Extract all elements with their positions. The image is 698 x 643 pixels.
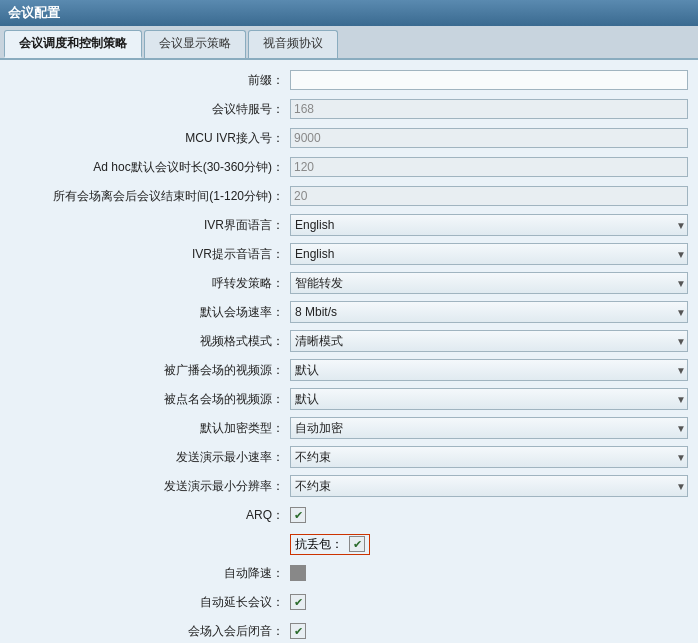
checkbox-wrapper-auto_reduce: [290, 565, 306, 581]
label-special_no: 会议特服号：: [10, 101, 290, 118]
label-auto_extend: 自动延长会议：: [10, 594, 290, 611]
select-send_min_fps[interactable]: 不约束720p: [290, 475, 688, 497]
label-adhoc_time: Ad hoc默认会议时长(30-360分钟)：: [10, 159, 290, 176]
select-container-send_min_rate: 不约束512 Kbit/s▼: [290, 446, 688, 468]
label-prefix: 前缀：: [10, 72, 290, 89]
form-row-encrypt_type: 默认加密类型：自动加密不加密▼: [10, 416, 688, 440]
select-container-ivr_voice_lang: English中文▼: [290, 243, 688, 265]
select-container-ivr_ui_lang: English中文▼: [290, 214, 688, 236]
input-adhoc_time[interactable]: [290, 157, 688, 177]
label-default_rate: 默认会场速率：: [10, 304, 290, 321]
form-row-prefix: 前缀：: [10, 68, 688, 92]
input-prefix[interactable]: [290, 70, 688, 90]
tab-schedule[interactable]: 会议调度和控制策略: [4, 30, 142, 58]
label-send_min_fps: 发送演示最小分辨率：: [10, 478, 290, 495]
select-container-default_rate: 8 Mbit/s4 Mbit/s2 Mbit/s1 Mbit/s▼: [290, 301, 688, 323]
form-row-adhoc_time: Ad hoc默认会议时长(30-360分钟)：: [10, 155, 688, 179]
checkbox-wrapper-auto_extend: [290, 594, 306, 610]
label-ivr_voice_lang: IVR提示音语言：: [10, 246, 290, 263]
select-container-forward_strategy: 智能转发不转发▼: [290, 272, 688, 294]
form-row-auto_reduce: 自动降速：: [10, 561, 688, 585]
tab-bar: 会议调度和控制策略 会议显示策略 视音频协议: [0, 26, 698, 60]
form-row-mute_on_join: 会场入会后闭音：: [10, 619, 688, 643]
select-forward_strategy[interactable]: 智能转发不转发: [290, 272, 688, 294]
tab-display[interactable]: 会议显示策略: [144, 30, 246, 58]
checkbox-inline-label-anti_packet_loss: 抗丢包：: [295, 536, 343, 553]
label-arq: ARQ：: [10, 507, 290, 524]
form-row-forward_strategy: 呼转发策略：智能转发不转发▼: [10, 271, 688, 295]
select-broadcast_src[interactable]: 默认摄像头: [290, 359, 688, 381]
label-encrypt_type: 默认加密类型：: [10, 420, 290, 437]
label-broadcast_src: 被广播会场的视频源：: [10, 362, 290, 379]
select-send_min_rate[interactable]: 不约束512 Kbit/s: [290, 446, 688, 468]
form-row-special_no: 会议特服号：: [10, 97, 688, 121]
checkbox-anti_packet_loss[interactable]: [349, 536, 365, 552]
form-row-send_min_fps: 发送演示最小分辨率：不约束720p▼: [10, 474, 688, 498]
form-row-broadcast_src: 被广播会场的视频源：默认摄像头▼: [10, 358, 688, 382]
form-row-send_min_rate: 发送演示最小速率：不约束512 Kbit/s▼: [10, 445, 688, 469]
input-all_leave_time[interactable]: [290, 186, 688, 206]
select-container-send_min_fps: 不约束720p▼: [290, 475, 688, 497]
highlighted-label-anti_packet_loss: 抗丢包：: [290, 534, 370, 555]
checkbox-auto_reduce[interactable]: [290, 565, 306, 581]
label-send_min_rate: 发送演示最小速率：: [10, 449, 290, 466]
form-row-anti_packet_loss: 抗丢包：: [10, 532, 688, 556]
select-ivr_voice_lang[interactable]: English中文: [290, 243, 688, 265]
checkbox-arq[interactable]: [290, 507, 306, 523]
window-title: 会议配置: [8, 5, 60, 20]
form-row-default_rate: 默认会场速率：8 Mbit/s4 Mbit/s2 Mbit/s1 Mbit/s▼: [10, 300, 688, 324]
input-mcu_ivr[interactable]: [290, 128, 688, 148]
form-row-video_format: 视频格式模式：清晰模式流畅模式▼: [10, 329, 688, 353]
checkbox-wrapper-mute_on_join: [290, 623, 306, 639]
checkbox-wrapper-arq: [290, 507, 306, 523]
label-forward_strategy: 呼转发策略：: [10, 275, 290, 292]
select-encrypt_type[interactable]: 自动加密不加密: [290, 417, 688, 439]
input-special_no[interactable]: [290, 99, 688, 119]
form-row-named_src: 被点名会场的视频源：默认摄像头▼: [10, 387, 688, 411]
form-row-mcu_ivr: MCU IVR接入号：: [10, 126, 688, 150]
checkbox-auto_extend[interactable]: [290, 594, 306, 610]
window: 会议配置 会议调度和控制策略 会议显示策略 视音频协议 前缀：会议特服号：MCU…: [0, 0, 698, 643]
form-row-all_leave_time: 所有会场离会后会议结束时间(1-120分钟)：: [10, 184, 688, 208]
form-row-ivr_voice_lang: IVR提示音语言：English中文▼: [10, 242, 688, 266]
label-video_format: 视频格式模式：: [10, 333, 290, 350]
form-row-auto_extend: 自动延长会议：: [10, 590, 688, 614]
select-container-video_format: 清晰模式流畅模式▼: [290, 330, 688, 352]
form-row-arq: ARQ：: [10, 503, 688, 527]
checkbox-mute_on_join[interactable]: [290, 623, 306, 639]
select-ivr_ui_lang[interactable]: English中文: [290, 214, 688, 236]
select-named_src[interactable]: 默认摄像头: [290, 388, 688, 410]
title-bar: 会议配置: [0, 0, 698, 26]
label-auto_reduce: 自动降速：: [10, 565, 290, 582]
label-ivr_ui_lang: IVR界面语言：: [10, 217, 290, 234]
label-named_src: 被点名会场的视频源：: [10, 391, 290, 408]
select-video_format[interactable]: 清晰模式流畅模式: [290, 330, 688, 352]
select-container-encrypt_type: 自动加密不加密▼: [290, 417, 688, 439]
form-row-ivr_ui_lang: IVR界面语言：English中文▼: [10, 213, 688, 237]
label-mcu_ivr: MCU IVR接入号：: [10, 130, 290, 147]
label-all_leave_time: 所有会场离会后会议结束时间(1-120分钟)：: [10, 188, 290, 205]
select-default_rate[interactable]: 8 Mbit/s4 Mbit/s2 Mbit/s1 Mbit/s: [290, 301, 688, 323]
label-mute_on_join: 会场入会后闭音：: [10, 623, 290, 640]
select-container-broadcast_src: 默认摄像头▼: [290, 359, 688, 381]
select-container-named_src: 默认摄像头▼: [290, 388, 688, 410]
tab-av[interactable]: 视音频协议: [248, 30, 338, 58]
content-area: 前缀：会议特服号：MCU IVR接入号：Ad hoc默认会议时长(30-360分…: [0, 60, 698, 643]
